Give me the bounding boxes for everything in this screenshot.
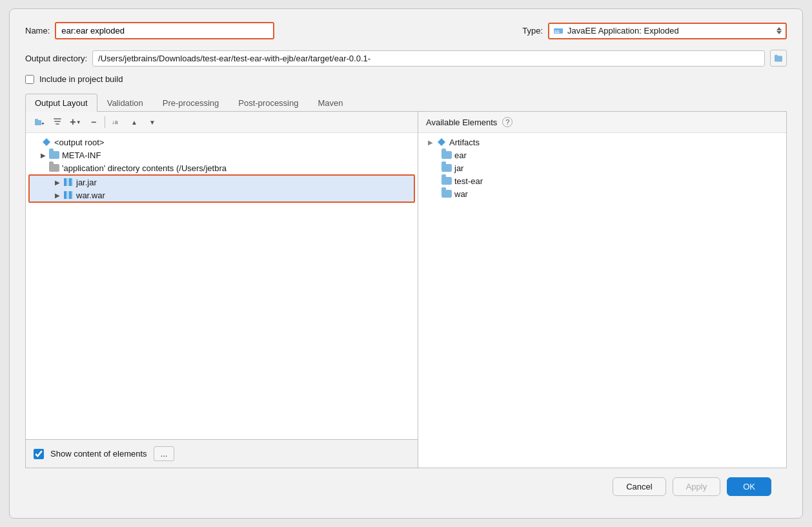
tree-item-jar-jar[interactable]: ▶ jar.jar <box>30 176 414 189</box>
tabs-row: Output Layout Validation Pre-processing … <box>25 93 787 112</box>
type-field-group: Type: EE JavaEE Application: Exploded <box>522 23 787 39</box>
output-dir-label: Output directory: <box>25 54 87 63</box>
ellipsis-button[interactable]: ... <box>154 446 175 461</box>
tree-item-root[interactable]: <output root> <box>26 136 418 149</box>
root-diamond-icon <box>41 137 52 147</box>
svg-rect-6 <box>54 121 61 122</box>
svg-text:+: + <box>41 121 45 127</box>
svg-rect-17 <box>69 191 72 199</box>
right-tree-artifacts[interactable]: ▶ Artifacts <box>418 136 786 149</box>
right-panel: Available Elements ? ▶ Artifacts <box>418 112 786 468</box>
war-arrow <box>431 189 440 198</box>
ear-arrow <box>431 150 440 160</box>
cancel-button[interactable]: Cancel <box>613 477 665 496</box>
tree-item-root-label: <output root> <box>54 138 104 147</box>
toolbar-create-dir-button[interactable]: + <box>31 115 48 129</box>
root-arrow <box>31 138 40 147</box>
right-tree-ear[interactable]: ear <box>418 149 786 161</box>
toolbar-separator <box>105 116 105 128</box>
ear-label: ear <box>454 150 467 160</box>
toolbar-filter-button[interactable] <box>49 115 66 129</box>
right-panel-header: Available Elements ? <box>418 112 786 133</box>
type-select-chevron[interactable] <box>776 27 782 34</box>
toolbar-sort-button[interactable]: ↓a <box>108 115 125 129</box>
output-dir-input[interactable] <box>92 50 765 67</box>
svg-rect-12 <box>66 178 69 186</box>
toolbar-add-button[interactable]: + ▼ <box>67 115 84 129</box>
tree-item-meta-inf[interactable]: ▶ META-INF <box>26 149 418 161</box>
war-label: war <box>454 189 468 199</box>
available-elements-label: Available Elements <box>426 118 497 127</box>
footer-row: Cancel Apply OK <box>25 468 787 505</box>
name-label: Name: <box>25 26 50 36</box>
show-content-checkbox[interactable] <box>34 449 44 459</box>
top-row: Name: Type: EE JavaEE Application: Explo… <box>25 22 787 39</box>
filter-icon <box>53 118 62 127</box>
tab-output-layout[interactable]: Output Layout <box>25 94 97 112</box>
include-build-row: Include in project build <box>25 74 787 84</box>
svg-rect-5 <box>54 118 61 119</box>
tree-item-jar-jar-label: jar.jar <box>76 178 97 187</box>
move-up-icon: ▲ <box>131 119 137 126</box>
sort-icon: ↓a <box>111 118 121 127</box>
artifacts-label: Artifacts <box>449 138 480 147</box>
tree-item-war-war-label: war.war <box>76 191 105 200</box>
left-panel: + + ▼ − <box>26 112 418 468</box>
right-tree-test-ear[interactable]: test-ear <box>418 174 786 187</box>
main-content: + + ▼ − <box>25 112 787 468</box>
toolbar-move-down-button[interactable]: ▼ <box>144 115 161 129</box>
svg-text:EE: EE <box>554 30 560 34</box>
tab-maven[interactable]: Maven <box>308 94 352 112</box>
javaee-icon: EE <box>553 26 563 36</box>
bottom-bar: Show content of elements ... <box>26 439 418 468</box>
war-war-icon <box>63 190 74 200</box>
left-tree: <output root> ▶ META-INF 'applicati <box>26 133 418 439</box>
left-toolbar: + + ▼ − <box>26 112 418 133</box>
jar-folder-icon <box>442 163 452 173</box>
jar-arrow <box>431 163 440 172</box>
svg-rect-13 <box>69 178 72 186</box>
tree-item-app-dir[interactable]: 'application' directory contents (/Users… <box>26 161 418 174</box>
main-dialog: Name: Type: EE JavaEE Application: Explo… <box>9 8 803 519</box>
ear-folder-icon <box>442 150 452 160</box>
tree-item-app-dir-label: 'application' directory contents (/Users… <box>62 163 227 173</box>
help-icon[interactable]: ? <box>502 117 513 127</box>
include-build-label: Include in project build <box>39 74 123 84</box>
app-dir-arrow <box>39 163 48 172</box>
tree-item-meta-inf-label: META-INF <box>62 150 101 160</box>
jar-label: jar <box>454 163 463 173</box>
add-icon: + <box>70 117 76 127</box>
svg-marker-9 <box>43 138 50 146</box>
svg-rect-2 <box>35 120 41 125</box>
svg-rect-11 <box>64 178 66 186</box>
show-content-label: Show content of elements <box>50 449 147 459</box>
type-label: Type: <box>522 26 543 36</box>
meta-inf-folder-icon <box>49 150 59 160</box>
name-input[interactable] <box>55 22 274 39</box>
right-tree: ▶ Artifacts ear <box>418 133 786 468</box>
toolbar-move-up-button[interactable]: ▲ <box>126 115 143 129</box>
tab-post-processing[interactable]: Post-processing <box>228 94 308 112</box>
include-build-checkbox[interactable] <box>25 75 34 84</box>
move-down-icon: ▼ <box>149 119 156 126</box>
svg-rect-15 <box>64 191 66 199</box>
artifacts-diamond-icon <box>436 137 447 147</box>
svg-text:↓a: ↓a <box>112 119 118 125</box>
tab-pre-processing[interactable]: Pre-processing <box>153 94 228 112</box>
ok-button[interactable]: OK <box>727 477 771 496</box>
type-select[interactable]: EE JavaEE Application: Exploded <box>548 23 787 39</box>
type-select-text: JavaEE Application: Exploded <box>567 26 679 36</box>
toolbar-remove-button[interactable]: − <box>85 115 102 129</box>
output-dir-row: Output directory: <box>25 50 787 67</box>
apply-button[interactable]: Apply <box>673 477 721 496</box>
right-tree-jar[interactable]: jar <box>418 161 786 174</box>
chevron-down-icon <box>776 31 782 34</box>
selected-items-group: ▶ jar.jar ▶ <box>28 174 415 203</box>
output-dir-browse-button[interactable] <box>770 50 787 67</box>
tree-item-war-war[interactable]: ▶ war.war <box>30 189 414 202</box>
app-dir-folder-icon <box>49 163 59 173</box>
right-tree-war[interactable]: war <box>418 187 786 200</box>
tab-validation[interactable]: Validation <box>97 94 153 112</box>
jar-jar-arrow: ▶ <box>53 178 62 187</box>
folder-browse-icon <box>774 54 783 62</box>
